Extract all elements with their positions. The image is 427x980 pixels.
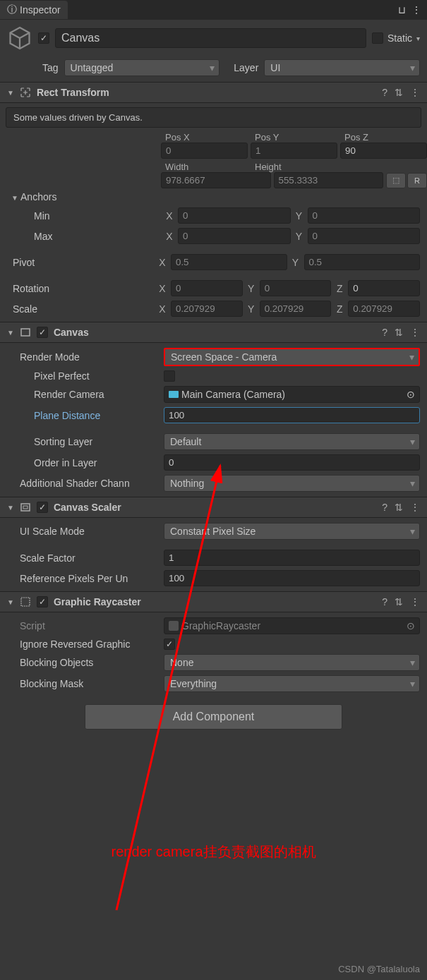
rotation-label: Rotation xyxy=(13,283,154,294)
rotation-x-input[interactable] xyxy=(171,280,243,296)
scale-factor-label: Scale Factor xyxy=(20,552,161,564)
anchor-min-x-input[interactable] xyxy=(178,207,291,224)
graphic-raycaster-icon xyxy=(20,596,31,607)
info-icon: ⓘ xyxy=(7,4,17,16)
preset-icon[interactable]: ⇅ xyxy=(395,596,403,607)
preset-icon[interactable]: ⇅ xyxy=(395,327,403,338)
blocking-objects-dropdown[interactable]: None xyxy=(164,654,420,671)
active-checkbox[interactable] xyxy=(38,32,49,44)
render-camera-field[interactable]: Main Camera (Camera) ⊙ xyxy=(164,386,420,403)
pixel-perfect-checkbox[interactable] xyxy=(164,370,175,382)
width-label: Width xyxy=(161,162,248,172)
ref-pixels-input[interactable] xyxy=(164,570,420,586)
scale-factor-input[interactable] xyxy=(164,550,420,566)
max-label: Max xyxy=(20,231,161,242)
pos-z-label: Pos Z xyxy=(340,132,427,143)
plane-distance-label: Plane Distance xyxy=(20,410,161,421)
rotation-y-input[interactable] xyxy=(260,280,332,296)
height-label: Height xyxy=(251,162,337,172)
object-picker-icon: ⊙ xyxy=(407,620,415,631)
order-in-layer-input[interactable] xyxy=(164,454,420,471)
graphic-raycaster-enable-checkbox[interactable] xyxy=(37,596,48,607)
watermark: CSDN @Tatalaluola xyxy=(338,964,420,974)
script-label: Script xyxy=(20,620,161,631)
rect-transform-foldout[interactable]: ▼ xyxy=(7,89,14,97)
additional-shader-dropdown[interactable]: Nothing xyxy=(164,475,420,492)
anchor-max-x-input[interactable] xyxy=(178,228,291,244)
static-checkbox[interactable] xyxy=(372,32,383,44)
layer-label: Layer xyxy=(234,62,258,73)
ui-scale-mode-label: UI Scale Mode xyxy=(20,526,161,537)
canvas-enable-checkbox[interactable] xyxy=(37,327,48,338)
render-mode-label: Render Mode xyxy=(20,351,161,363)
help-icon[interactable]: ? xyxy=(382,327,387,338)
blocking-mask-dropdown[interactable]: Everything xyxy=(164,675,420,692)
pixel-perfect-label: Pixel Perfect xyxy=(20,370,161,382)
canvas-foldout[interactable]: ▼ xyxy=(7,329,14,337)
width-input[interactable] xyxy=(161,172,271,188)
menu-icon[interactable]: ⋮ xyxy=(411,4,421,16)
svg-rect-2 xyxy=(23,506,28,509)
rotation-z-input[interactable] xyxy=(348,280,420,296)
scale-y-input[interactable] xyxy=(260,301,332,317)
ref-pixels-label: Reference Pixels Per Un xyxy=(20,573,161,584)
blocking-mask-label: Blocking Mask xyxy=(20,678,161,689)
canvas-icon xyxy=(20,327,31,338)
canvas-title: Canvas xyxy=(54,327,376,338)
annotation-text: render camera挂负责截图的相机 xyxy=(0,835,427,869)
scale-x-input[interactable] xyxy=(171,301,243,317)
lock-icon[interactable]: ⊔ xyxy=(398,4,406,16)
pivot-y-input[interactable] xyxy=(304,254,421,270)
preset-icon[interactable]: ⇅ xyxy=(395,502,403,513)
static-label: Static xyxy=(387,32,412,44)
canvas-scaler-title: Canvas Scaler xyxy=(54,502,376,513)
canvas-scaler-icon xyxy=(20,502,31,513)
pos-x-input[interactable] xyxy=(161,143,248,159)
help-icon[interactable]: ? xyxy=(382,596,387,607)
rect-transform-info: Some values driven by Canvas. xyxy=(6,107,421,128)
render-camera-label: Render Camera xyxy=(20,389,161,400)
raw-edit-button[interactable]: R xyxy=(407,173,427,188)
min-label: Min xyxy=(20,210,161,222)
ignore-reversed-checkbox[interactable] xyxy=(164,639,175,650)
component-menu-icon[interactable]: ⋮ xyxy=(410,596,420,607)
pos-z-input[interactable] xyxy=(340,143,427,159)
help-icon[interactable]: ? xyxy=(382,87,387,98)
gameobject-icon xyxy=(7,25,32,51)
tab-title: Inspector xyxy=(20,4,61,16)
blueprint-mode-button[interactable]: ⬚ xyxy=(386,173,406,188)
inspector-tab[interactable]: ⓘ Inspector xyxy=(0,1,68,19)
help-icon[interactable]: ? xyxy=(382,502,387,513)
anchor-min-y-input[interactable] xyxy=(308,207,421,224)
canvas-scaler-foldout[interactable]: ▼ xyxy=(7,504,14,512)
rect-transform-title: Rect Transform xyxy=(37,87,376,98)
plane-distance-input[interactable] xyxy=(164,407,420,423)
ui-scale-mode-dropdown[interactable]: Constant Pixel Size xyxy=(164,523,420,540)
render-mode-dropdown[interactable]: Screen Space - Camera xyxy=(164,348,420,366)
sorting-layer-label: Sorting Layer xyxy=(20,436,161,447)
preset-icon[interactable]: ⇅ xyxy=(395,87,403,98)
anchor-max-y-input[interactable] xyxy=(308,228,421,244)
graphic-raycaster-title: Graphic Raycaster xyxy=(54,596,376,607)
static-dropdown-icon[interactable]: ▾ xyxy=(416,35,420,42)
scale-z-input[interactable] xyxy=(348,301,420,317)
anchors-label: Anchors xyxy=(20,191,56,202)
sorting-layer-dropdown[interactable]: Default xyxy=(164,433,420,450)
tag-dropdown[interactable]: Untagged xyxy=(64,59,220,76)
graphic-raycaster-foldout[interactable]: ▼ xyxy=(7,598,14,606)
height-input[interactable] xyxy=(274,172,384,188)
pos-y-input[interactable] xyxy=(251,143,337,159)
component-menu-icon[interactable]: ⋮ xyxy=(410,502,420,513)
component-menu-icon[interactable]: ⋮ xyxy=(410,327,420,338)
anchors-foldout[interactable]: ▼ xyxy=(11,194,18,202)
add-component-button[interactable]: Add Component xyxy=(85,704,342,730)
svg-rect-3 xyxy=(21,598,30,606)
canvas-scaler-enable-checkbox[interactable] xyxy=(37,502,48,513)
pivot-x-input[interactable] xyxy=(171,254,287,270)
component-menu-icon[interactable]: ⋮ xyxy=(410,87,420,98)
pos-x-label: Pos X xyxy=(161,132,248,143)
object-picker-icon[interactable]: ⊙ xyxy=(407,389,415,400)
gameobject-name-input[interactable] xyxy=(55,28,366,48)
layer-dropdown[interactable]: UI xyxy=(264,59,420,76)
svg-rect-0 xyxy=(21,329,30,336)
